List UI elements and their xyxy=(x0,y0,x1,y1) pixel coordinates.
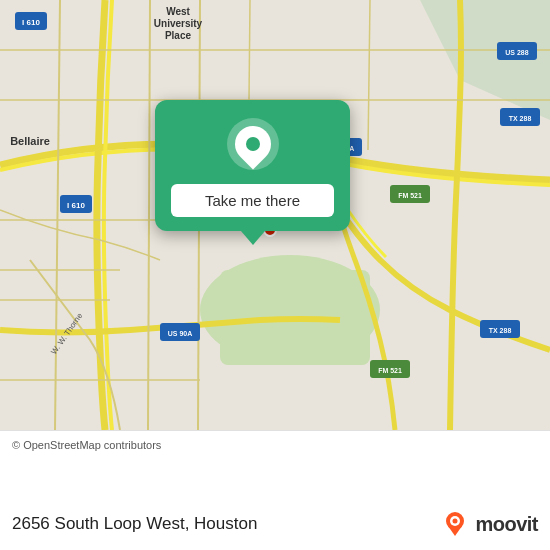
address-row: 2656 South Loop West, Houston moovit xyxy=(12,508,538,540)
popup-card: Take me there xyxy=(155,100,350,231)
svg-point-48 xyxy=(453,519,458,524)
svg-text:Place: Place xyxy=(165,30,192,41)
svg-text:US 288: US 288 xyxy=(505,49,528,56)
svg-text:West: West xyxy=(166,6,190,17)
moovit-icon xyxy=(439,508,471,540)
bottom-bar: © OpenStreetMap contributors 2656 South … xyxy=(0,430,550,550)
svg-text:TX 288: TX 288 xyxy=(509,115,532,122)
svg-text:Bellaire: Bellaire xyxy=(10,135,50,147)
moovit-logo: moovit xyxy=(439,508,538,540)
svg-text:I 610: I 610 xyxy=(22,18,40,27)
svg-text:US 90A: US 90A xyxy=(168,330,193,337)
svg-text:I 610: I 610 xyxy=(67,201,85,210)
svg-text:TX 288: TX 288 xyxy=(489,327,512,334)
svg-text:FM 521: FM 521 xyxy=(378,367,402,374)
map-container: I 610 I 610 I 610 I 610 US 90A US 90A TX… xyxy=(0,0,550,430)
osm-attribution: © OpenStreetMap contributors xyxy=(12,439,538,451)
location-pin-icon xyxy=(227,118,279,170)
location-pin-inner xyxy=(227,119,278,170)
svg-text:FM 521: FM 521 xyxy=(398,192,422,199)
moovit-label: moovit xyxy=(475,513,538,536)
address-text: 2656 South Loop West, Houston xyxy=(12,514,257,534)
take-me-there-button[interactable]: Take me there xyxy=(171,184,334,217)
svg-text:University: University xyxy=(154,18,203,29)
